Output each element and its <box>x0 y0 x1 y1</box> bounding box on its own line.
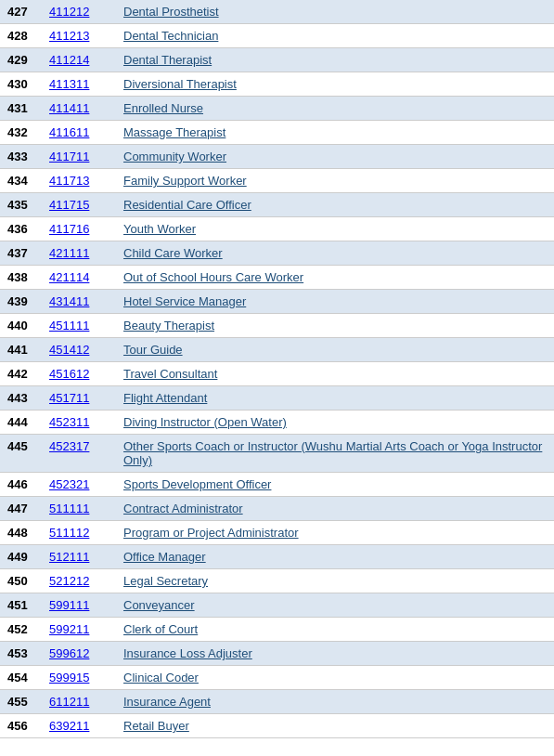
occupation-title[interactable]: Program or Project Administrator <box>116 521 554 545</box>
code-link[interactable]: 511111 <box>49 502 89 515</box>
title-link[interactable]: Child Care Worker <box>123 246 223 260</box>
occupation-title[interactable]: Dental Technician <box>116 24 554 48</box>
code-link[interactable]: 431411 <box>49 294 89 308</box>
code-link[interactable]: 411715 <box>49 198 89 212</box>
title-link[interactable]: Conveyancer <box>123 598 195 612</box>
code-link[interactable]: 411311 <box>49 77 89 91</box>
code-link[interactable]: 599211 <box>49 622 89 636</box>
occupation-code[interactable]: 599111 <box>42 593 116 618</box>
code-link[interactable]: 451711 <box>49 391 89 405</box>
code-link[interactable]: 411713 <box>49 174 89 188</box>
title-link[interactable]: Tour Guide <box>123 343 183 357</box>
occupation-code[interactable]: 512111 <box>42 545 116 569</box>
occupation-title[interactable]: Flight Attendant <box>116 386 554 411</box>
occupation-code[interactable]: 411411 <box>42 97 116 121</box>
code-link[interactable]: 411611 <box>49 125 89 139</box>
code-link[interactable]: 452321 <box>49 477 89 491</box>
occupation-title[interactable]: Office Manager <box>116 545 554 569</box>
occupation-code[interactable]: 451111 <box>42 314 116 338</box>
title-link[interactable]: Family Support Worker <box>123 174 247 188</box>
code-link[interactable]: 411711 <box>49 150 89 163</box>
title-link[interactable]: Massage Therapist <box>123 125 225 139</box>
occupation-code[interactable]: 452321 <box>42 473 116 497</box>
title-link[interactable]: Community Worker <box>123 150 226 163</box>
code-link[interactable]: 599612 <box>49 646 89 660</box>
occupation-code[interactable]: 411713 <box>42 169 116 193</box>
code-link[interactable]: 452317 <box>49 439 89 453</box>
occupation-code[interactable]: 421111 <box>42 241 116 266</box>
title-link[interactable]: Beauty Therapist <box>123 319 214 332</box>
code-link[interactable]: 411214 <box>49 53 89 67</box>
title-link[interactable]: Residential Care Officer <box>123 198 251 212</box>
occupation-code[interactable]: 411212 <box>42 0 116 24</box>
occupation-code[interactable]: 411715 <box>42 193 116 217</box>
occupation-title[interactable]: Residential Care Officer <box>116 193 554 217</box>
occupation-code[interactable]: 599211 <box>42 618 116 642</box>
title-link[interactable]: Flight Attendant <box>123 391 207 405</box>
code-link[interactable]: 512111 <box>49 550 89 564</box>
occupation-code[interactable]: 451711 <box>42 386 116 411</box>
occupation-code[interactable]: 451612 <box>42 362 116 386</box>
occupation-title[interactable]: Insurance Loss Adjuster <box>116 642 554 666</box>
code-link[interactable]: 411213 <box>49 29 89 43</box>
title-link[interactable]: Travel Consultant <box>123 367 217 381</box>
occupation-code[interactable]: 411311 <box>42 72 116 97</box>
code-link[interactable]: 421114 <box>49 270 89 284</box>
occupation-title[interactable]: Travel Consultant <box>116 362 554 386</box>
occupation-code[interactable]: 451412 <box>42 338 116 362</box>
occupation-title[interactable]: Child Care Worker <box>116 241 554 266</box>
occupation-code[interactable]: 639211 <box>42 714 116 738</box>
occupation-code[interactable]: 411711 <box>42 145 116 169</box>
code-link[interactable]: 451111 <box>49 319 89 332</box>
title-link[interactable]: Office Manager <box>123 550 206 564</box>
title-link[interactable]: Youth Worker <box>123 222 196 236</box>
occupation-title[interactable]: Tour Guide <box>116 338 554 362</box>
title-link[interactable]: Legal Secretary <box>123 574 208 588</box>
code-link[interactable]: 451612 <box>49 367 89 381</box>
occupation-code[interactable]: 611211 <box>42 690 116 714</box>
title-link[interactable]: Dental Prosthetist <box>123 5 219 19</box>
occupation-title[interactable]: Dental Therapist <box>116 48 554 72</box>
code-link[interactable]: 411716 <box>49 222 89 236</box>
occupation-code[interactable]: 521212 <box>42 569 116 593</box>
code-link[interactable]: 451412 <box>49 343 89 357</box>
occupation-title[interactable]: Hotel Service Manager <box>116 290 554 314</box>
occupation-title[interactable]: Clerk of Court <box>116 618 554 642</box>
occupation-code[interactable]: 411213 <box>42 24 116 48</box>
occupation-title[interactable]: Conveyancer <box>116 593 554 618</box>
occupation-code[interactable]: 421114 <box>42 266 116 290</box>
occupation-title[interactable]: Clinical Coder <box>116 666 554 690</box>
occupation-title[interactable]: Family Support Worker <box>116 169 554 193</box>
occupation-title[interactable]: Diving Instructor (Open Water) <box>116 411 554 435</box>
title-link[interactable]: Program or Project Administrator <box>123 526 299 540</box>
title-link[interactable]: Clinical Coder <box>123 671 199 684</box>
title-link[interactable]: Other Sports Coach or Instructor (Wushu … <box>123 439 542 467</box>
occupation-title[interactable]: Beauty Therapist <box>116 314 554 338</box>
code-link[interactable]: 639211 <box>49 719 89 733</box>
occupation-title[interactable]: Youth Worker <box>116 217 554 241</box>
title-link[interactable]: Sports Development Officer <box>123 477 271 491</box>
occupation-title[interactable]: Diversional Therapist <box>116 72 554 97</box>
code-link[interactable]: 452311 <box>49 415 89 429</box>
code-link[interactable]: 411411 <box>49 101 89 115</box>
title-link[interactable]: Diversional Therapist <box>123 77 237 91</box>
occupation-code[interactable]: 411716 <box>42 217 116 241</box>
occupation-title[interactable]: Legal Secretary <box>116 569 554 593</box>
title-link[interactable]: Clerk of Court <box>123 622 198 636</box>
code-link[interactable]: 599111 <box>49 598 89 612</box>
title-link[interactable]: Dental Technician <box>123 29 218 43</box>
occupation-title[interactable]: Massage Therapist <box>116 121 554 145</box>
occupation-code[interactable]: 511112 <box>42 521 116 545</box>
code-link[interactable]: 521212 <box>49 574 89 588</box>
title-link[interactable]: Retail Buyer <box>123 719 189 733</box>
occupation-code[interactable]: 411611 <box>42 121 116 145</box>
title-link[interactable]: Hotel Service Manager <box>123 294 246 308</box>
occupation-code[interactable]: 452311 <box>42 411 116 435</box>
occupation-title[interactable]: Other Sports Coach or Instructor (Wushu … <box>116 435 554 473</box>
code-link[interactable]: 511112 <box>49 526 89 540</box>
code-link[interactable]: 611211 <box>49 695 89 709</box>
code-link[interactable]: 421111 <box>49 246 89 260</box>
title-link[interactable]: Insurance Agent <box>123 695 211 709</box>
occupation-title[interactable]: Community Worker <box>116 145 554 169</box>
code-link[interactable]: 411212 <box>49 5 89 19</box>
